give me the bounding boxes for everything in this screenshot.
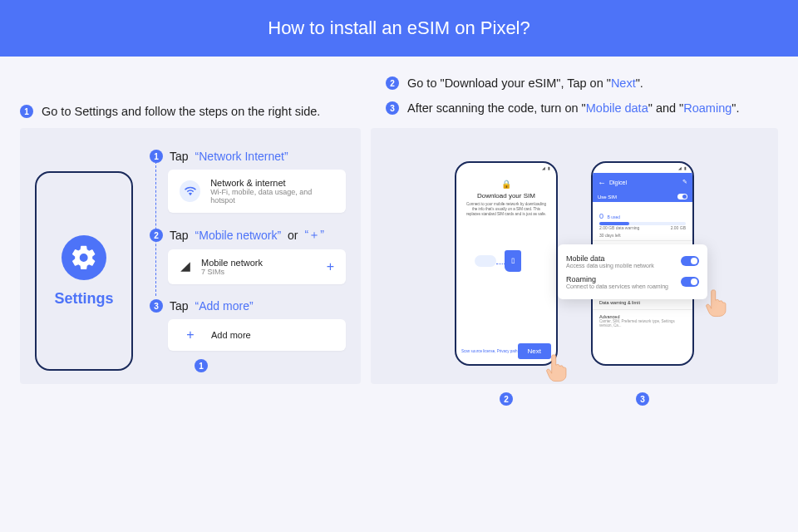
instruction-1: 1 Go to Settings and follow the steps on… (20, 105, 320, 118)
mobile-data-toggle[interactable] (681, 256, 699, 266)
mobile-data-roaming-callout: Mobile data Access data using mobile net… (558, 244, 707, 299)
phone-2-wrap: ◢ ▮ 🔒 Download your SIM Connect to your … (455, 161, 558, 366)
roaming-sublabel: Connect to data services when roaming (566, 283, 668, 289)
mobile-network-action: “Mobile network” (195, 229, 281, 242)
panel-2-3: ◢ ▮ 🔒 Download your SIM Connect to your … (371, 128, 778, 384)
instruction-2-text: Go to "Download your eSIM", Tap on "Next… (407, 76, 643, 90)
page-header: How to install an eSIM on Pixel? (0, 0, 798, 57)
lock-icon: 🔒 (463, 180, 549, 189)
panel-number-2: 2 (500, 392, 513, 406)
card-subtitle: 7 SIMs (201, 268, 263, 276)
download-sim-title: Download your SIM (463, 192, 549, 200)
instruction-3-text: After scanning the code, turn on "Mobile… (407, 101, 739, 115)
add-more-card[interactable]: + Add more (168, 319, 346, 351)
roaming-label: Roaming (566, 275, 668, 283)
carrier-name: Digicel (609, 180, 627, 185)
add-more-action: “Add more” (195, 299, 254, 313)
panel-number-3: 3 (636, 392, 649, 406)
sim-download-graphic: ▯ (473, 242, 539, 282)
mobile-data-toggle-row[interactable]: Mobile data Access data using mobile net… (566, 251, 699, 272)
phone-3-wrap: ◢ ▮ ← Digicel ✎ Use SIM 0 B used 2.00 GB… (591, 161, 694, 366)
plus-action: “＋” (305, 228, 324, 243)
mobile-data-sublabel: Access data using mobile network (566, 263, 654, 268)
plus-icon: + (180, 328, 201, 342)
use-sim-row[interactable]: Use SIM (593, 191, 692, 202)
network-internet-card[interactable]: Network & internet Wi-Fi, mobile, data u… (168, 170, 346, 213)
status-bar: ◢ ▮ (456, 163, 556, 173)
footer-links[interactable]: Scan source license, Privacy path (461, 349, 518, 353)
mobile-network-card[interactable]: Mobile network 7 SIMs + (168, 249, 346, 284)
next-link: Next (611, 76, 636, 90)
use-sim-toggle[interactable] (677, 194, 687, 200)
status-bar: ◢ ▮ (593, 163, 692, 173)
instruction-3: 3 After scanning the code, turn on "Mobi… (386, 101, 778, 115)
step-number-badge: 2 (386, 76, 399, 90)
data-usage-bar (599, 222, 686, 225)
substep-1: 1 Tap “Network Internet” Network & inter… (150, 150, 346, 213)
roaming-toggle[interactable] (681, 277, 699, 287)
page-title: How to install an eSIM on Pixel? (268, 17, 530, 39)
carrier-header: ← Digicel ✎ (593, 173, 692, 191)
network-internet-action: “Network Internet” (195, 150, 288, 163)
download-sim-phone: ◢ ▮ 🔒 Download your SIM Connect to your … (455, 161, 558, 366)
step-number-badge: 3 (386, 101, 399, 115)
mobile-data-link: Mobile data (586, 101, 648, 115)
top-instructions: 1 Go to Settings and follow the steps on… (0, 57, 798, 128)
instruction-1-text: Go to Settings and follow the steps on t… (42, 105, 320, 118)
add-sim-plus-icon[interactable]: + (327, 259, 334, 274)
card-title: Mobile network (201, 258, 263, 268)
wifi-icon (180, 180, 200, 202)
signal-icon (180, 261, 191, 273)
substep-3: 3 Tap “Add more” + Add more (150, 299, 346, 351)
advanced-row[interactable]: Advanced Carrier, SIM, Preferred network… (593, 309, 692, 332)
gear-icon (62, 235, 106, 280)
step-number-badge: 1 (150, 150, 163, 163)
mobile-data-label: Mobile data (566, 254, 654, 263)
settings-phone-mockup: Settings (35, 171, 133, 371)
roaming-toggle-row[interactable]: Roaming Connect to data services when ro… (566, 272, 699, 293)
step-number-badge: 1 (20, 105, 33, 118)
step-number-badge: 3 (150, 299, 163, 313)
sim-card-icon: ▯ (505, 250, 521, 272)
roaming-link: Roaming (683, 101, 732, 115)
card-title: Add more (211, 330, 251, 340)
edit-icon[interactable]: ✎ (682, 179, 687, 185)
panel-number-1: 1 (195, 359, 208, 372)
card-subtitle: Wi-Fi, mobile, data usage, and hotspot (210, 188, 334, 204)
cloud-icon (475, 255, 496, 267)
substep-2: 2 Tap “Mobile network” or “＋” Mobile net… (150, 228, 346, 284)
panel-1: Settings 1 Tap “Network Internet” Networ… (20, 128, 361, 384)
steps-column: 1 Tap “Network Internet” Network & inter… (150, 150, 346, 371)
download-sim-desc: Connect to your mobile network by downlo… (463, 202, 549, 217)
next-button[interactable]: Next (518, 343, 551, 359)
settings-label: Settings (54, 290, 113, 308)
panels-row: Settings 1 Tap “Network Internet” Networ… (0, 128, 798, 404)
back-arrow-icon[interactable]: ← (598, 178, 606, 187)
step-number-badge: 2 (150, 229, 163, 242)
instruction-2: 2 Go to "Download your eSIM", Tap on "Ne… (386, 76, 778, 90)
card-title: Network & internet (210, 178, 334, 188)
